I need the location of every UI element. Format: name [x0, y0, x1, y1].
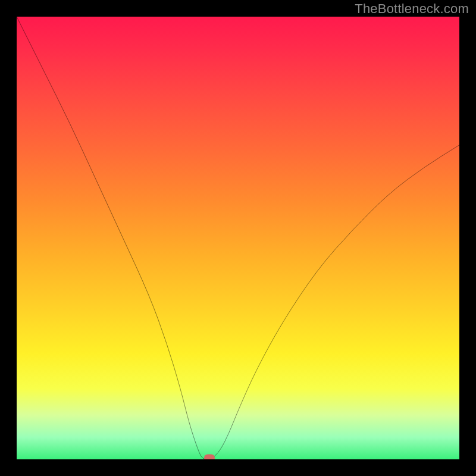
optimum-marker — [204, 455, 215, 459]
bottleneck-curve — [17, 17, 459, 459]
watermark-text: TheBottleneck.com — [355, 1, 469, 17]
chart-stage: TheBottleneck.com — [0, 0, 476, 476]
curve-path — [17, 17, 459, 459]
plot-area — [17, 17, 459, 459]
